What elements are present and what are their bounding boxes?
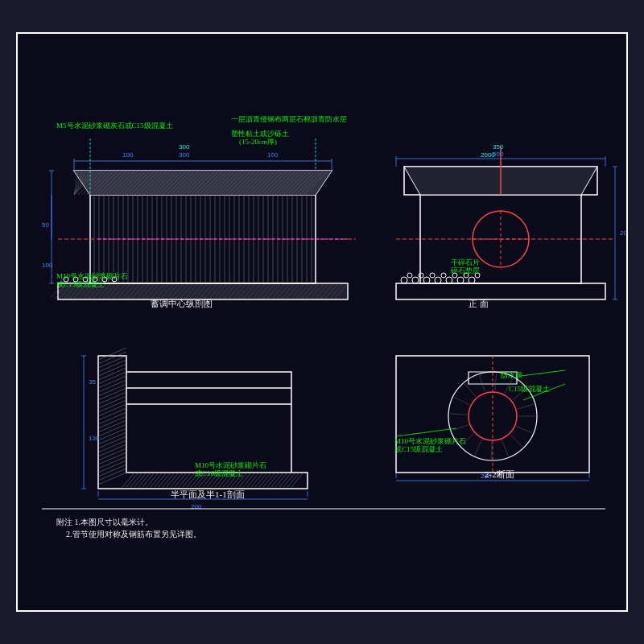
- drawing-container: M5号水泥砂浆砌灰石或C15级混凝土 一层沥青侵钢布两层石棉沥青防水层 塑性粘土…: [16, 32, 628, 612]
